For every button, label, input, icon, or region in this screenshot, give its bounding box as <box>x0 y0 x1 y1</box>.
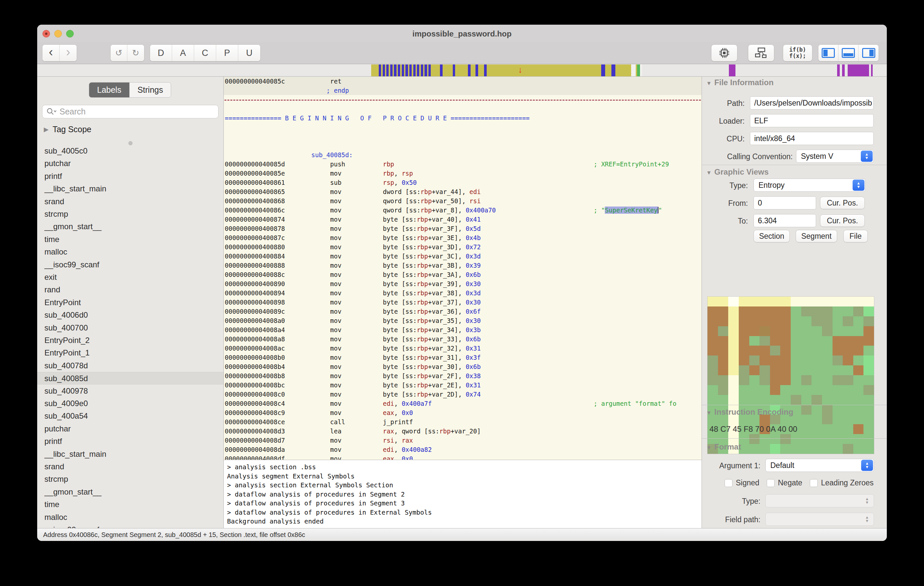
label-list-item[interactable]: __libc_start_main <box>37 183 223 195</box>
label-list-item[interactable]: EntryPoint <box>37 296 223 309</box>
label-list-item[interactable]: malloc <box>37 246 223 258</box>
disasm-line[interactable] <box>224 104 701 114</box>
label-list-item[interactable]: EntryPoint_1 <box>37 347 223 359</box>
disasm-line[interactable]: 000000000040089c mov byte [ss:rbp+var_36… <box>224 307 701 316</box>
label-list-item[interactable]: time <box>37 498 223 511</box>
label-list-item[interactable]: __isoc99_scanf <box>37 523 223 528</box>
negate-checkbox[interactable]: Negate <box>767 479 802 487</box>
disasm-line[interactable]: 00000000004008b4 mov byte [ss:rbp+var_30… <box>224 362 701 371</box>
label-list-item[interactable]: __isoc99_scanf <box>37 258 223 271</box>
search-input[interactable]: Search <box>42 105 218 119</box>
disasm-line[interactable]: 00000000004008c4 mov edi, 0x400a7f ; arg… <box>224 399 701 408</box>
label-list-item[interactable]: time <box>37 233 223 246</box>
disasm-line[interactable]: 0000000000400884 mov byte [ss:rbp+var_3C… <box>224 252 701 261</box>
pseudocode-view-button[interactable]: if(b) f(x); <box>783 44 812 61</box>
disasm-line[interactable]: 00000000004008a8 mov byte [ss:rbp+var_33… <box>224 334 701 344</box>
to-cur-pos-button[interactable]: Cur. Pos. <box>820 214 865 227</box>
disasm-line[interactable]: 00000000004008df mov eax, 0x0 <box>224 454 701 460</box>
to-field[interactable]: 6.304 <box>754 214 816 227</box>
cpu-field[interactable]: intel/x86_64 <box>750 132 874 145</box>
label-list-item[interactable]: sub_4009e0 <box>37 397 223 410</box>
disclosure-triangle-icon[interactable]: ▶ <box>44 126 49 133</box>
label-list-item[interactable]: __gmon_start__ <box>37 221 223 233</box>
label-list-item[interactable]: sub_400700 <box>37 322 223 334</box>
disasm-line[interactable]: 000000000040085e mov rbp, rsp <box>224 169 701 178</box>
disasm-line[interactable]: 00000000004008a0 mov byte [ss:rbp+var_35… <box>224 316 701 325</box>
graphic-views-header[interactable]: ▼Graphic Views <box>706 167 769 176</box>
label-list-item[interactable]: rand <box>37 283 223 296</box>
disasm-line[interactable]: 00000000004008b8 mov byte [ss:rbp+var_2F… <box>224 371 701 380</box>
disasm-line[interactable]: 000000000040086c mov qword [ss:rbp+var_8… <box>224 206 701 215</box>
disasm-line[interactable]: 0000000000400861 sub rsp, 0x50 <box>224 178 701 187</box>
disasm-line[interactable]: 0000000000400894 mov byte [ss:rbp+var_38… <box>224 288 701 298</box>
section-collapse-icon[interactable]: ▼ <box>706 444 712 451</box>
tab-strings[interactable]: Strings <box>129 82 171 97</box>
disasm-line[interactable]: 0000000000400865 mov dword [ss:rbp+var_4… <box>224 187 701 196</box>
disasm-line[interactable]: 000000000040085d push rbp ; XREF=EntryPo… <box>224 160 701 169</box>
label-list-item[interactable]: sub_400a54 <box>37 410 223 422</box>
layout-bottom-panel-button[interactable] <box>838 45 858 61</box>
control-flow-graph-button[interactable] <box>748 44 774 61</box>
analysis-log[interactable]: > analysis section .bssAnalysis segment … <box>224 460 701 528</box>
disasm-line[interactable]: 0000000000400898 mov byte [ss:rbp+var_37… <box>224 298 701 307</box>
file-button[interactable]: File <box>843 230 868 242</box>
disasm-line[interactable]: 00000000004008b0 mov byte [ss:rbp+var_31… <box>224 353 701 362</box>
disasm-line[interactable]: 000000000040085c ret <box>224 77 701 86</box>
disasm-line[interactable]: 00000000004008da mov edi, 0x400a82 <box>224 445 701 454</box>
label-list-item[interactable]: __libc_start_main <box>37 448 223 460</box>
label-list-item[interactable]: srand <box>37 460 223 473</box>
format-type-select[interactable]: ▲▼ <box>766 494 874 507</box>
label-list-item[interactable]: exit <box>37 271 223 283</box>
disasm-line[interactable] <box>224 141 701 150</box>
label-list-item[interactable]: printf <box>37 170 223 183</box>
disasm-line[interactable] <box>224 123 701 132</box>
from-cur-pos-button[interactable]: Cur. Pos. <box>820 197 865 209</box>
transform-button-c[interactable]: C <box>194 45 216 61</box>
disasm-line[interactable]: 0000000000400880 mov byte [ss:rbp+var_3D… <box>224 242 701 252</box>
label-list-item[interactable]: sub_4006d0 <box>37 309 223 321</box>
disasm-line[interactable]: 0000000000400888 mov byte [ss:rbp+var_3B… <box>224 261 701 270</box>
transform-button-d[interactable]: D <box>150 45 172 61</box>
from-field[interactable]: 0 <box>754 196 816 209</box>
leading-zeroes-checkbox[interactable]: Leading Zeroes <box>810 479 874 487</box>
path-field[interactable]: /Users/pelsen/Downloads/impossib <box>750 96 874 110</box>
disasm-line[interactable]: 0000000000400874 mov byte [ss:rbp+var_40… <box>224 215 701 224</box>
disasm-line[interactable]: 00000000004008d3 lea rax, qword [ss:rbp+… <box>224 426 701 436</box>
back-button[interactable]: ‹ <box>43 45 59 61</box>
disasm-line[interactable]: 00000000004008ac mov byte [ss:rbp+var_32… <box>224 344 701 353</box>
disasm-line[interactable]: sub_40085d: <box>224 150 701 160</box>
label-list-item[interactable]: sub_4005c0 <box>37 145 223 157</box>
disasm-line[interactable]: 00000000004008c9 mov eax, 0x0 <box>224 408 701 417</box>
section-collapse-icon[interactable]: ▼ <box>706 80 712 87</box>
disasm-line[interactable]: 000000000040088c mov byte [ss:rbp+var_3A… <box>224 270 701 279</box>
disassembly-view[interactable]: 000000000040085c ret ; endp=============… <box>224 77 701 460</box>
tag-scope-row[interactable]: ▶ Tag Scope <box>44 125 91 134</box>
label-list-item[interactable]: sub_40078d <box>37 359 223 372</box>
label-list-item[interactable]: printf <box>37 435 223 448</box>
checkbox-icon[interactable] <box>810 479 818 487</box>
forward-button[interactable]: › <box>59 45 77 61</box>
section-collapse-icon[interactable]: ▼ <box>706 170 712 176</box>
calling-convention-select[interactable]: System V ▲▼ <box>796 150 874 163</box>
label-list-item[interactable]: srand <box>37 195 223 208</box>
section-button[interactable]: Section <box>754 230 790 242</box>
address-space-navigator[interactable]: ↓ <box>37 64 887 77</box>
disasm-line[interactable] <box>224 95 701 104</box>
label-list-item[interactable]: putchar <box>37 157 223 170</box>
segment-button[interactable]: Segment <box>796 230 837 242</box>
file-information-header[interactable]: ▼File Information <box>706 78 774 87</box>
cpu-view-button[interactable] <box>711 44 738 61</box>
disasm-line[interactable]: =============== B E G I N N I N G O F P … <box>224 114 701 123</box>
label-list-item[interactable]: EntryPoint_2 <box>37 334 223 347</box>
redo-button[interactable]: ↻ <box>127 45 144 61</box>
argument1-select[interactable]: Default ▲▼ <box>766 459 874 472</box>
tab-labels[interactable]: Labels <box>89 82 129 97</box>
disasm-line[interactable]: 0000000000400878 mov byte [ss:rbp+var_3F… <box>224 224 701 233</box>
checkbox-icon[interactable] <box>724 479 733 487</box>
section-collapse-icon[interactable]: ▼ <box>706 410 712 416</box>
format-header[interactable]: ▼Format <box>706 442 741 451</box>
field-path-select[interactable]: ▲▼ <box>766 513 874 526</box>
disasm-line[interactable]: 00000000004008bc mov byte [ss:rbp+var_2E… <box>224 380 701 390</box>
disasm-line[interactable]: 0000000000400868 mov qword [ss:rbp+var_5… <box>224 196 701 206</box>
disasm-line[interactable]: 00000000004008d7 mov rsi, rax <box>224 436 701 445</box>
